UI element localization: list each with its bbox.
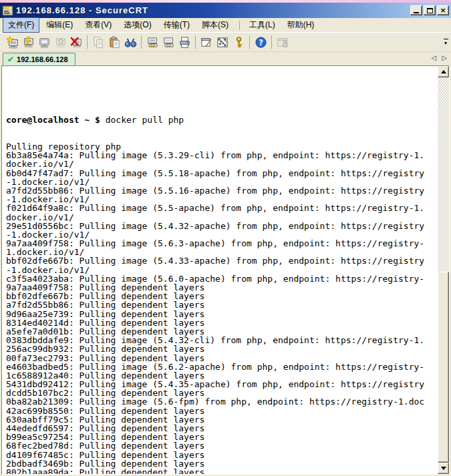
- scroll-up-icon: [441, 70, 446, 73]
- paste-button[interactable]: [106, 34, 122, 50]
- toolbar-separator: [271, 35, 272, 49]
- terminal-line: e4603badbed5: Pulling image (5.6.2-apach…: [6, 363, 437, 371]
- menu-item[interactable]: 查看(V): [80, 17, 117, 33]
- connect-in-tab-icon: [38, 36, 51, 49]
- menu-item[interactable]: 文件(F): [3, 17, 39, 33]
- terminal-line: 29e51d0556bc: Pulling image (5.4.32-apac…: [6, 222, 437, 230]
- close-button[interactable]: ×: [437, 5, 449, 15]
- svg-text:?: ?: [259, 37, 263, 47]
- session-options-icon: [216, 36, 229, 49]
- disconnect-icon: [70, 36, 83, 49]
- menu-item[interactable]: 传输(T): [158, 17, 195, 33]
- securecrt-app-icon: [2, 5, 13, 16]
- help-button[interactable]: ?: [253, 34, 269, 50]
- print-button[interactable]: [176, 34, 192, 50]
- terminal-line: 0ba82ab21309: Pulling image (5.6-fpm) fr…: [6, 397, 437, 406]
- terminal-lines: Pulling repository php6b3a85e4a74a: Pull…: [6, 142, 437, 474]
- terminal-line: d4109f67485c: Pulling dependent layers: [6, 451, 437, 459]
- properties-button[interactable]: [198, 34, 214, 50]
- terminal-line: 00fa73ec2793: Pulling dependent layers: [6, 354, 437, 363]
- menu-item[interactable]: 脚本(S): [196, 17, 234, 33]
- terminal-line: a7fd2d55bb86: Pulling dependent layers: [6, 300, 437, 309]
- scroll-up-button[interactable]: [438, 66, 449, 77]
- toolbar-overflow-bar: [444, 39, 448, 39]
- terminal-line: 802b1aaa89da: Pulling dependent layers: [6, 468, 437, 474]
- clone-session-button[interactable]: [160, 34, 176, 50]
- session-tab[interactable]: ✔ 192.168.66.128: [3, 53, 76, 65]
- menu-item[interactable]: 工具(L): [244, 17, 281, 33]
- toolbar-separator: [141, 35, 142, 49]
- toolbar: ? ▾: [0, 33, 451, 52]
- quick-connect-button[interactable]: [4, 34, 20, 50]
- connected-check-icon: ✔: [7, 55, 14, 64]
- terminal-text: core@localhost ~ $ docker pull php Pulli…: [4, 66, 437, 474]
- toolbar-overflow-icon: ▾: [444, 40, 447, 46]
- terminal-line: docker.io/v1/: [6, 213, 437, 222]
- properties-icon: [200, 36, 213, 49]
- scrollbar-track[interactable]: [438, 77, 449, 463]
- print-setup-icon: [146, 36, 159, 49]
- find-button[interactable]: [122, 34, 138, 50]
- menu-item[interactable]: 帮助(H): [282, 17, 320, 33]
- terminal-area: core@localhost ~ $ docker pull php Pulli…: [0, 65, 451, 476]
- lock-session-button[interactable]: [275, 34, 291, 50]
- terminal-line: 9d96aa25e739: Pulling dependent layers: [6, 310, 437, 318]
- clone-session-icon: [162, 36, 175, 49]
- shell-prompt: core@localhost ~ $: [6, 115, 100, 125]
- quick-connect-icon: [6, 36, 19, 49]
- terminal-line: f021d64f9a8c: Pulling image (5.5-apache)…: [6, 204, 437, 212]
- minimize-button[interactable]: [410, 5, 422, 15]
- tab-bar: ✔ 192.168.66.128 ◁ ▷: [0, 52, 451, 65]
- scroll-down-icon: [441, 467, 446, 470]
- menu-item[interactable]: 编辑(E): [41, 17, 78, 33]
- terminal-line: docker.io/v1/: [6, 160, 437, 168]
- maximize-button[interactable]: [424, 5, 436, 15]
- tab-scroll-right-icon[interactable]: ▷: [442, 54, 447, 61]
- securecrt-window: 192.168.66.128 - SecureCRT × 文件(F)编辑(E)查…: [0, 0, 451, 476]
- terminal-line: -1.docker.io/v1/: [6, 266, 437, 274]
- menu-separator: [239, 21, 240, 30]
- terminal-line: 8314ed40214d: Pulling dependent layers: [6, 318, 437, 327]
- connect-in-tab-button[interactable]: [36, 34, 52, 50]
- maximize-icon: [427, 8, 433, 13]
- terminal-line: 68fec2bed78d: Pulling dependent layers: [6, 441, 437, 450]
- copy-icon: [92, 36, 105, 49]
- terminal-prompt-line: core@localhost ~ $ docker pull php: [6, 115, 437, 124]
- terminal-scrollbar[interactable]: [438, 66, 449, 474]
- toolbar-separator: [249, 35, 250, 49]
- reconnect-icon: [54, 36, 67, 49]
- connect-button[interactable]: [20, 34, 36, 50]
- terminal-line: bbf02dfe667b: Pulling image (5.4.33-apac…: [6, 256, 437, 265]
- find-icon: [124, 36, 137, 49]
- scrollbar-thumb[interactable]: [438, 272, 449, 463]
- session-options-button[interactable]: [214, 34, 231, 50]
- terminal-screen[interactable]: core@localhost ~ $ docker pull php Pulli…: [1, 65, 450, 475]
- reconnect-button[interactable]: [52, 34, 68, 50]
- toolbar-separator: [195, 35, 196, 49]
- toolbar-overflow-button[interactable]: ▾: [442, 37, 450, 47]
- scroll-down-button[interactable]: [438, 463, 449, 474]
- help-icon: ?: [255, 36, 267, 49]
- print-icon: [178, 36, 191, 49]
- copy-button[interactable]: [90, 34, 106, 50]
- menu-item[interactable]: 选项(O): [118, 17, 156, 33]
- connect-icon: [22, 36, 35, 49]
- terminal-line: 42ac699b8550: Pulling dependent layers: [6, 407, 437, 415]
- close-icon: ×: [440, 7, 446, 14]
- terminal-line: -1.docker.io/v1/: [6, 178, 437, 186]
- print-setup-button[interactable]: [144, 34, 160, 50]
- window-title: 192.168.66.128 - SecureCRT: [16, 5, 410, 15]
- menu-bar: 文件(F)编辑(E)查看(V)选项(O)传输(T)脚本(S)工具(L)帮助(H): [0, 18, 451, 33]
- terminal-line: 6b0d47f47ad7: Pulling image (5.5.18-apac…: [6, 169, 437, 178]
- tab-scroll-left-icon[interactable]: ◁: [432, 54, 437, 61]
- terminal-line: 256ac99db932: Pulling dependent layers: [6, 344, 437, 353]
- key-agent-button[interactable]: [231, 34, 247, 50]
- disconnect-button[interactable]: [68, 34, 84, 50]
- lock-session-icon: [277, 36, 289, 49]
- key-agent-icon: [233, 36, 245, 49]
- titlebar[interactable]: 192.168.66.128 - SecureCRT ×: [0, 3, 451, 18]
- shell-command: docker pull php: [100, 115, 184, 125]
- paste-icon: [108, 36, 121, 49]
- session-tab-label: 192.168.66.128: [17, 55, 67, 63]
- toolbar-separator: [87, 35, 88, 49]
